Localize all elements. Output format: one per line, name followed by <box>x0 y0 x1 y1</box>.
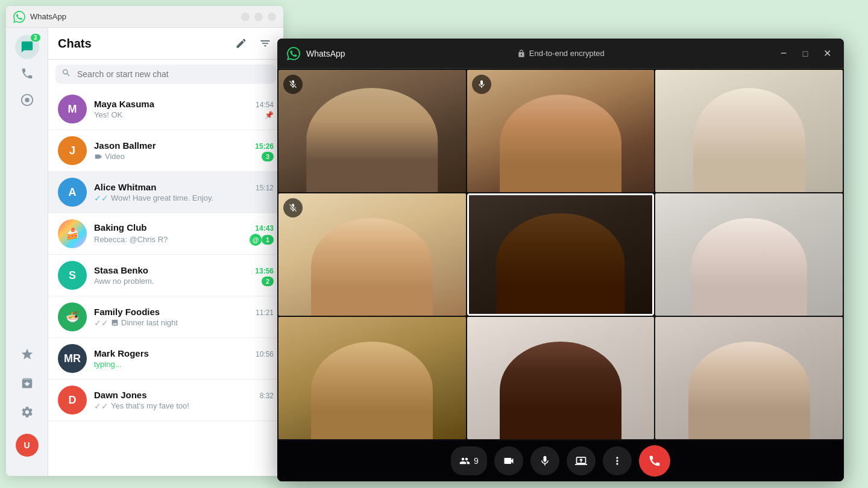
sidebar-item-calls[interactable] <box>15 61 39 86</box>
call-controls: 9 <box>277 440 844 481</box>
chat-item-mark[interactable]: MR Mark Rogers 10:56 typing... <box>48 338 283 380</box>
new-chat-button[interactable] <box>233 35 250 52</box>
maximize-button[interactable]: □ <box>254 13 263 21</box>
video-window-title: WhatsApp <box>306 49 345 58</box>
mute-toggle-button[interactable] <box>530 446 559 475</box>
mute-indicator-4 <box>283 198 303 217</box>
mute-indicator-2 <box>472 75 491 94</box>
chat-info-dawn: Dawn Jones 8:32 ✓✓ Yes that's my fave to… <box>94 390 274 411</box>
screen-share-icon <box>575 455 587 467</box>
unread-badge-stasa: 2 <box>262 277 274 286</box>
mention-badge-baking: @ <box>250 234 262 246</box>
chat-time-jason: 15:26 <box>255 142 274 151</box>
chats-title: Chats <box>58 37 92 51</box>
video-cell-5 <box>467 193 655 316</box>
video-cell-8 <box>467 317 655 439</box>
avatar-stasa: S <box>58 261 87 290</box>
sidebar-item-chats[interactable]: 3 <box>15 35 39 59</box>
chat-preview-dawn: ✓✓ Yes that's my fave too! <box>94 401 274 411</box>
avatar-mark: MR <box>58 344 87 373</box>
chat-info-alice: Alice Whitman 15:12 ✓✓ Wow! Have great t… <box>94 182 274 203</box>
main-window-title: WhatsApp <box>30 12 236 21</box>
chat-item-alice[interactable]: A Alice Whitman 15:12 ✓✓ Wow! Have great… <box>48 172 283 213</box>
chat-info-maya: Maya Kasuma 14:54 Yes! OK 📌 <box>94 99 274 119</box>
search-icon <box>61 68 71 80</box>
participants-count: 9 <box>474 456 479 466</box>
main-title-bar: WhatsApp − □ × <box>6 6 283 28</box>
chat-time-family: 11:21 <box>256 308 274 317</box>
video-toggle-button[interactable] <box>494 446 523 475</box>
screen-share-button[interactable] <box>567 446 596 475</box>
chat-item-family[interactable]: 🍜 Family Foodies 11:21 ✓✓ Dinner last ni… <box>48 296 283 338</box>
sidebar-item-settings[interactable] <box>15 400 39 424</box>
lock-icon <box>517 49 526 58</box>
sidebar-item-archived[interactable] <box>15 371 39 395</box>
encryption-text: End-to-end encrypted <box>529 49 605 58</box>
video-close-button[interactable]: ✕ <box>820 46 834 61</box>
avatar-jason: J <box>58 136 87 165</box>
sidebar-item-status[interactable] <box>15 88 39 112</box>
video-title-bar: WhatsApp End-to-end encrypted − □ ✕ <box>277 39 844 69</box>
chat-item-stasa[interactable]: S Stasa Benko 13:56 Aww no problem. 2 <box>48 255 283 296</box>
chat-preview-mark: typing... <box>94 360 274 369</box>
chat-info-family: Family Foodies 11:21 ✓✓ Dinner last nigh… <box>94 307 274 328</box>
chat-item-jason[interactable]: J Jason Ballmer 15:26 Video 3 <box>48 130 283 172</box>
participants-button[interactable]: 9 <box>451 446 487 475</box>
pin-icon-maya: 📌 <box>265 111 274 119</box>
video-maximize-button[interactable]: □ <box>798 46 813 61</box>
chats-badge: 3 <box>31 34 40 42</box>
search-input[interactable] <box>55 64 276 84</box>
sidebar-item-starred[interactable] <box>15 342 39 366</box>
end-call-button[interactable] <box>639 445 670 477</box>
chat-item-dawn[interactable]: D Dawn Jones 8:32 ✓✓ Yes that's my fave … <box>48 380 283 421</box>
video-cell-9 <box>655 317 843 439</box>
avatar-maya: M <box>58 95 87 124</box>
chat-info-jason: Jason Ballmer 15:26 Video 3 <box>94 140 274 161</box>
chat-name-maya: Maya Kasuma <box>94 99 154 109</box>
video-minimize-button[interactable]: − <box>776 46 791 61</box>
participants-icon <box>459 455 470 466</box>
more-dots-icon <box>611 455 623 467</box>
video-call-window: WhatsApp End-to-end encrypted − □ ✕ <box>277 39 844 481</box>
chat-info-baking: Baking Club 14:43 Rebecca: @Chris R? @ 1 <box>94 222 274 246</box>
chat-preview-maya: Yes! OK <box>94 110 265 119</box>
search-bar <box>55 64 276 84</box>
close-button[interactable]: × <box>268 13 276 21</box>
chat-name-stasa: Stasa Benko <box>94 265 148 275</box>
user-avatar[interactable]: U <box>16 434 39 457</box>
video-camera-icon <box>503 455 515 467</box>
chat-time-baking: 14:43 <box>255 224 274 233</box>
chat-preview-stasa: Aww no problem. <box>94 277 262 286</box>
whatsapp-logo <box>13 11 25 23</box>
end-call-icon <box>648 454 661 468</box>
video-cell-3 <box>655 70 843 192</box>
filter-button[interactable] <box>257 35 274 52</box>
chat-list: M Maya Kasuma 14:54 Yes! OK 📌 <box>48 89 283 476</box>
encryption-label-area: End-to-end encrypted <box>351 49 770 58</box>
chat-panel: Chats <box>48 28 283 476</box>
sidebar-bottom: U <box>15 342 39 469</box>
chat-time-alice: 15:12 <box>256 184 274 192</box>
chat-time-maya: 14:54 <box>256 101 274 109</box>
avatar-family: 🍜 <box>58 302 87 331</box>
chat-preview-alice: ✓✓ Wow! Have great time. Enjoy. <box>94 193 274 203</box>
chat-item-baking[interactable]: 🍰 Baking Club 14:43 Rebecca: @Chris R? @… <box>48 213 283 255</box>
unread-badge-baking: 1 <box>262 235 274 245</box>
minimize-button[interactable]: − <box>241 13 250 21</box>
unread-badge-jason: 3 <box>262 152 274 161</box>
app-layout: 3 <box>6 28 283 476</box>
chat-item-maya[interactable]: M Maya Kasuma 14:54 Yes! OK 📌 <box>48 89 283 130</box>
read-ticks-alice: ✓✓ <box>94 193 108 203</box>
microphone-icon <box>539 455 551 467</box>
video-cell-4 <box>278 193 466 316</box>
more-options-button[interactable] <box>603 446 632 475</box>
svg-point-1 <box>25 98 29 102</box>
chat-preview-baking: Rebecca: @Chris R? <box>94 235 250 244</box>
video-cell-7 <box>278 317 466 439</box>
chat-time-stasa: 13:56 <box>255 267 274 275</box>
avatar-alice: A <box>58 178 87 207</box>
mute-indicator-1 <box>283 75 303 94</box>
chat-preview-jason: Video <box>94 152 262 161</box>
video-window-controls: − □ ✕ <box>776 46 834 61</box>
chat-name-mark: Mark Rogers <box>94 348 149 358</box>
